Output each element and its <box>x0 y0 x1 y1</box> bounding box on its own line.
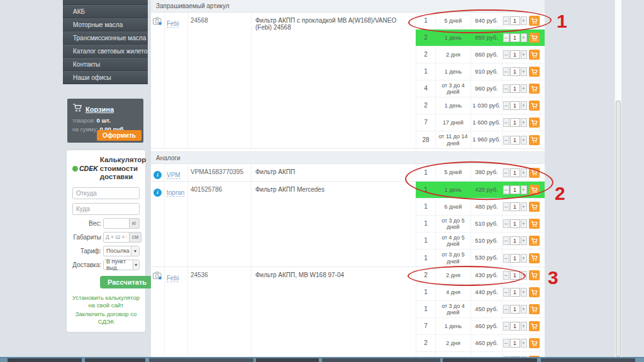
add-to-cart-button[interactable] <box>529 101 540 111</box>
qty-input[interactable] <box>510 67 520 76</box>
qty-increase-button[interactable]: + <box>521 136 527 145</box>
camera-icon[interactable] <box>153 271 162 282</box>
add-to-cart-button[interactable] <box>529 50 540 60</box>
add-to-cart-button[interactable] <box>529 33 540 43</box>
qty-input[interactable] <box>510 202 520 211</box>
sidebar-item-clipped[interactable] <box>63 0 148 5</box>
qty-input[interactable] <box>510 50 520 59</box>
qty-input[interactable] <box>510 84 520 93</box>
info-icon[interactable]: i <box>153 189 162 197</box>
add-to-cart-button[interactable] <box>529 67 540 77</box>
qty-increase-button[interactable]: + <box>521 288 527 297</box>
qty-decrease-button[interactable]: – <box>503 202 509 211</box>
sidebar-item[interactable]: Наши офисы <box>63 71 148 84</box>
add-to-cart-button[interactable] <box>529 135 540 145</box>
sidebar-item[interactable]: Каталог световых жилетов <box>63 45 148 58</box>
add-to-cart-button[interactable] <box>529 321 540 331</box>
qty-decrease-button[interactable]: – <box>503 236 509 245</box>
qty-input[interactable] <box>510 254 520 263</box>
qty-increase-button[interactable]: + <box>521 339 527 348</box>
qty-increase-button[interactable]: + <box>521 33 527 42</box>
qty-input[interactable] <box>510 339 520 348</box>
qty-input[interactable] <box>510 185 520 194</box>
qty-increase-button[interactable]: + <box>521 219 527 228</box>
qty-input[interactable] <box>510 168 520 177</box>
qty-increase-button[interactable]: + <box>521 67 527 76</box>
sidebar-item[interactable]: Контакты <box>63 58 148 71</box>
qty-decrease-button[interactable]: – <box>503 84 509 93</box>
qty-decrease-button[interactable]: – <box>503 254 509 263</box>
qty-decrease-button[interactable]: – <box>503 168 509 177</box>
add-to-cart-button[interactable] <box>529 253 540 263</box>
qty-decrease-button[interactable]: – <box>503 305 509 314</box>
qty-input[interactable] <box>510 236 520 245</box>
qty-input[interactable] <box>510 16 520 25</box>
qty-increase-button[interactable]: + <box>521 84 527 93</box>
qty-input[interactable] <box>510 33 520 42</box>
qty-increase-button[interactable]: + <box>521 101 527 110</box>
add-to-cart-button[interactable] <box>529 84 540 94</box>
qty-increase-button[interactable]: + <box>521 168 527 177</box>
qty-increase-button[interactable]: + <box>521 16 527 25</box>
qty-decrease-button[interactable]: – <box>503 322 509 331</box>
qty-increase-button[interactable]: + <box>521 236 527 245</box>
tariff-select[interactable]: Посылка ▼ <box>103 246 140 256</box>
qty-increase-button[interactable]: + <box>521 254 527 263</box>
qty-input[interactable] <box>510 118 520 127</box>
weight-input[interactable] <box>103 218 130 229</box>
add-to-cart-button[interactable] <box>529 118 540 128</box>
qty-decrease-button[interactable]: – <box>503 67 509 76</box>
scrollbar[interactable] <box>614 0 621 362</box>
qty-input[interactable] <box>510 288 520 297</box>
add-to-cart-button[interactable] <box>529 202 540 212</box>
brand-link[interactable]: Febi <box>167 20 179 28</box>
sidebar-item[interactable]: Трансмиссионные масла <box>63 31 148 45</box>
from-input[interactable] <box>72 187 140 199</box>
add-to-cart-button[interactable] <box>529 270 540 280</box>
qty-increase-button[interactable]: + <box>521 50 527 59</box>
qty-increase-button[interactable]: + <box>521 322 527 331</box>
qty-decrease-button[interactable]: – <box>503 136 509 145</box>
sidebar-item[interactable]: АКБ <box>63 5 148 18</box>
add-to-cart-button[interactable] <box>529 304 540 314</box>
delivery-select[interactable]: В пункт выд. ▼ <box>103 260 140 270</box>
add-to-cart-button[interactable] <box>529 338 540 348</box>
qty-decrease-button[interactable]: – <box>503 33 509 42</box>
qty-increase-button[interactable]: + <box>521 185 527 194</box>
add-to-cart-button[interactable] <box>529 168 540 178</box>
brand-link[interactable]: topran <box>167 189 184 197</box>
add-to-cart-button[interactable] <box>529 185 540 195</box>
qty-decrease-button[interactable]: – <box>503 185 509 194</box>
qty-input[interactable] <box>510 101 520 110</box>
qty-decrease-button[interactable]: – <box>503 101 509 110</box>
add-to-cart-button[interactable] <box>529 219 540 229</box>
qty-decrease-button[interactable]: – <box>503 50 509 59</box>
qty-decrease-button[interactable]: – <box>503 288 509 297</box>
qty-increase-button[interactable]: + <box>521 271 527 280</box>
cdek-contract-link[interactable]: Заключить договор со СДЭК <box>72 310 140 326</box>
to-input[interactable] <box>72 203 140 215</box>
info-icon[interactable]: i <box>153 171 162 179</box>
qty-increase-button[interactable]: + <box>521 305 527 314</box>
brand-link[interactable]: VPM <box>167 172 180 179</box>
add-to-cart-button[interactable] <box>529 16 540 26</box>
qty-input[interactable] <box>510 219 520 228</box>
qty-decrease-button[interactable]: – <box>503 219 509 228</box>
qty-decrease-button[interactable]: – <box>503 271 509 280</box>
qty-increase-button[interactable]: + <box>521 202 527 211</box>
qty-decrease-button[interactable]: – <box>503 118 509 127</box>
qty-input[interactable] <box>510 271 520 280</box>
camera-icon[interactable] <box>153 16 162 28</box>
qty-decrease-button[interactable]: – <box>503 16 509 25</box>
qty-input[interactable] <box>510 322 520 331</box>
cart-link[interactable]: Корзина <box>86 106 114 113</box>
scrollbar-thumb[interactable] <box>616 101 621 357</box>
calculate-button[interactable]: Рассчитать <box>100 276 154 288</box>
qty-input[interactable] <box>510 136 520 145</box>
add-to-cart-button[interactable] <box>529 236 540 246</box>
sidebar-item[interactable]: Моторные масла <box>63 18 148 31</box>
qty-increase-button[interactable]: + <box>521 118 527 127</box>
dims-input[interactable] <box>103 232 130 243</box>
qty-input[interactable] <box>510 305 520 314</box>
add-to-cart-button[interactable] <box>529 287 540 297</box>
